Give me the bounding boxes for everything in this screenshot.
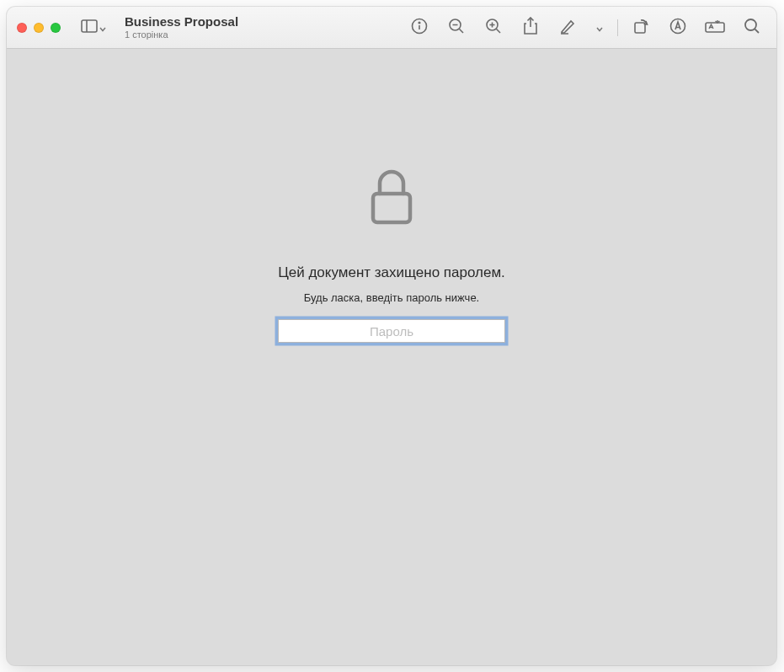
info-button[interactable]	[410, 19, 429, 37]
title-area: Business Proposal 1 сторінка	[125, 14, 238, 40]
rotate-button[interactable]	[632, 19, 650, 37]
lock-subheading: Будь ласка, введіть пароль нижче.	[304, 291, 479, 304]
window-controls	[17, 23, 61, 33]
pencil-icon	[559, 18, 576, 38]
svg-rect-19	[373, 194, 410, 222]
chevron-down-icon	[99, 20, 106, 35]
svg-rect-0	[82, 20, 97, 32]
zoom-in-icon	[485, 18, 502, 38]
toolbar-actions	[410, 19, 761, 37]
toolbar-separator	[617, 19, 618, 36]
sidebar-toggle-button[interactable]	[77, 16, 109, 40]
markup-dropdown-button[interactable]	[595, 19, 604, 37]
search-button[interactable]	[743, 19, 761, 37]
highlight-button[interactable]	[669, 19, 687, 37]
zoom-in-button[interactable]	[484, 19, 503, 37]
svg-point-17	[745, 19, 756, 30]
sidebar-icon	[81, 19, 98, 36]
form-button[interactable]	[706, 19, 724, 37]
info-icon	[411, 18, 428, 38]
marker-icon	[669, 18, 686, 38]
svg-line-6	[459, 29, 463, 33]
chevron-down-icon	[596, 20, 603, 35]
password-input[interactable]	[278, 319, 505, 343]
app-window: Business Proposal 1 сторінка	[7, 7, 776, 665]
lock-heading: Цей документ захищено паролем.	[278, 264, 505, 281]
share-button[interactable]	[521, 19, 540, 37]
content-area: Цей документ захищено паролем. Будь ласк…	[7, 49, 776, 665]
markup-button[interactable]	[558, 19, 577, 37]
svg-line-9	[496, 29, 500, 33]
svg-line-18	[755, 29, 759, 33]
form-icon	[705, 19, 725, 36]
rotate-icon	[632, 18, 649, 38]
share-icon	[523, 17, 538, 39]
zoom-out-button[interactable]	[447, 19, 466, 37]
document-title: Business Proposal	[125, 14, 238, 29]
search-icon	[744, 18, 760, 38]
zoom-out-icon	[448, 18, 465, 38]
svg-rect-16	[706, 23, 724, 32]
minimize-window-button[interactable]	[34, 23, 44, 33]
toolbar: Business Proposal 1 сторінка	[7, 7, 776, 49]
zoom-window-button[interactable]	[51, 23, 61, 33]
lock-icon	[368, 167, 415, 231]
svg-point-4	[419, 22, 420, 24]
svg-rect-14	[635, 23, 645, 33]
document-subtitle: 1 сторінка	[125, 29, 238, 40]
close-window-button[interactable]	[17, 23, 27, 33]
